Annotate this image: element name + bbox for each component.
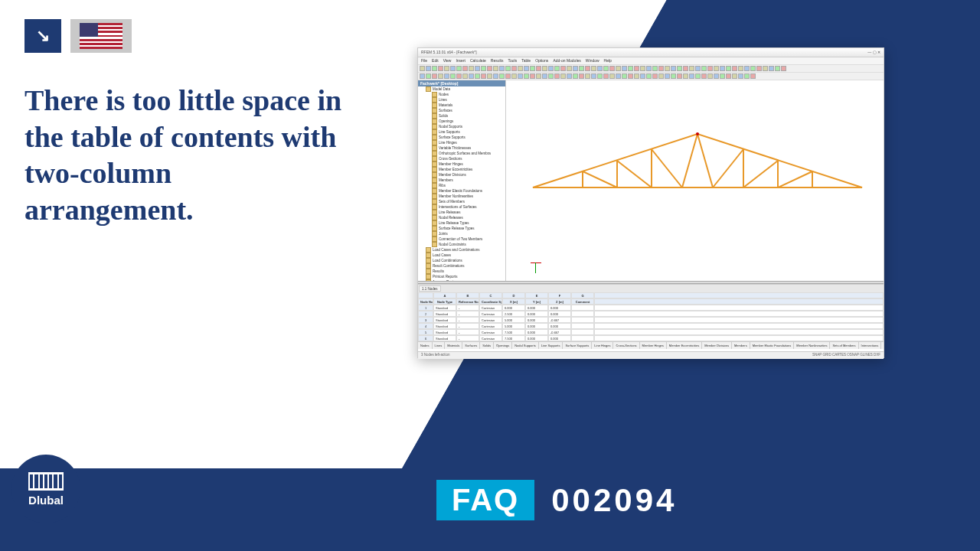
toolbar-button[interactable] bbox=[683, 73, 688, 79]
toolbar-button[interactable] bbox=[695, 66, 701, 71]
toolbar-button[interactable] bbox=[628, 66, 633, 71]
toolbar-button[interactable] bbox=[518, 66, 523, 71]
toolbar-button[interactable] bbox=[597, 73, 603, 79]
toolbar-button[interactable] bbox=[665, 73, 670, 79]
toolbar-button[interactable] bbox=[677, 73, 682, 79]
tree-item[interactable]: Printout Reports bbox=[418, 274, 505, 279]
toolbar-button[interactable] bbox=[720, 73, 725, 79]
toolbar-button[interactable] bbox=[542, 66, 547, 71]
toolbar-button[interactable] bbox=[750, 73, 756, 79]
toolbar-button[interactable] bbox=[573, 66, 578, 71]
tree-item[interactable]: Connection of Two Members bbox=[418, 236, 505, 242]
toolbar-button[interactable] bbox=[462, 66, 468, 71]
toolbar-button[interactable] bbox=[493, 66, 498, 71]
toolbar-button[interactable] bbox=[652, 66, 658, 71]
bottom-tab[interactable]: Openings bbox=[494, 342, 512, 349]
toolbar-button[interactable] bbox=[536, 66, 541, 71]
toolbar-button[interactable] bbox=[714, 73, 719, 79]
toolbar-button[interactable] bbox=[597, 66, 603, 71]
toolbar-button[interactable] bbox=[628, 73, 633, 79]
toolbar-button[interactable] bbox=[505, 66, 511, 71]
toolbar-button[interactable] bbox=[671, 66, 676, 71]
toolbar-button[interactable] bbox=[444, 73, 449, 79]
toolbar-button[interactable] bbox=[493, 73, 498, 79]
menu-item[interactable]: File bbox=[421, 58, 427, 64]
menu-item[interactable]: View bbox=[443, 58, 452, 64]
tree-item[interactable]: Openings bbox=[418, 119, 505, 124]
tree-item[interactable]: Result Combinations bbox=[418, 263, 505, 269]
tree-item[interactable]: Surfaces bbox=[418, 108, 505, 113]
tree-item[interactable]: Surface Supports bbox=[418, 135, 505, 140]
tree-item[interactable]: Member Hinges bbox=[418, 161, 505, 167]
toolbar-button[interactable] bbox=[499, 66, 505, 71]
tree-item[interactable]: Load Combinations bbox=[418, 258, 505, 263]
toolbar-button[interactable] bbox=[511, 66, 517, 71]
tree-item[interactable]: Member Nonlinearities bbox=[418, 194, 505, 199]
tree-item[interactable]: Line Supports bbox=[418, 129, 505, 135]
toolbar-button[interactable] bbox=[701, 73, 707, 79]
toolbar-button[interactable] bbox=[640, 66, 645, 71]
tree-item[interactable]: Solids bbox=[418, 113, 505, 119]
tree-item[interactable]: Nodal Supports bbox=[418, 124, 505, 129]
toolbar-button[interactable] bbox=[720, 66, 725, 71]
tree-item[interactable]: Materials bbox=[418, 103, 505, 108]
menu-bar[interactable]: FileEditViewInsertCalculateResultsToolsT… bbox=[418, 57, 884, 65]
bottom-tab[interactable]: Materials bbox=[445, 342, 462, 349]
toolbar-button[interactable] bbox=[469, 73, 474, 79]
toolbar-button[interactable] bbox=[524, 66, 529, 71]
menu-item[interactable]: Edit bbox=[432, 58, 439, 64]
toolbar-button[interactable] bbox=[432, 66, 437, 71]
bottom-tab[interactable]: Intersections bbox=[859, 342, 882, 349]
toolbar-button[interactable] bbox=[438, 73, 443, 79]
toolbar-button[interactable] bbox=[438, 66, 443, 71]
tree-item[interactable]: Model Data bbox=[418, 86, 505, 92]
toolbar-button[interactable] bbox=[603, 73, 609, 79]
toolbar-button[interactable] bbox=[769, 66, 774, 71]
tree-item[interactable]: Nodal Releases bbox=[418, 215, 505, 220]
toolbar-button[interactable] bbox=[591, 73, 596, 79]
toolbar-button[interactable] bbox=[499, 73, 505, 79]
toolbar-button[interactable] bbox=[456, 66, 462, 71]
toolbar-button[interactable] bbox=[420, 73, 425, 79]
toolbar-1[interactable] bbox=[418, 65, 884, 73]
toolbar-button[interactable] bbox=[634, 66, 639, 71]
table-tab[interactable]: 1.1 Nodes bbox=[419, 285, 441, 292]
bottom-tab[interactable]: FE Mesh Refinements bbox=[881, 342, 884, 349]
toolbar-button[interactable] bbox=[707, 66, 713, 71]
toolbar-button[interactable] bbox=[775, 66, 780, 71]
tree-item[interactable]: Joints bbox=[418, 231, 505, 236]
toolbar-button[interactable] bbox=[585, 66, 590, 71]
tree-item[interactable]: Surface Release Types bbox=[418, 226, 505, 231]
tree-item[interactable]: Member Eccentricities bbox=[418, 167, 505, 172]
toolbar-button[interactable] bbox=[732, 73, 737, 79]
toolbar-button[interactable] bbox=[487, 66, 492, 71]
tree-item[interactable]: Nodal Constraints bbox=[418, 242, 505, 247]
toolbar-button[interactable] bbox=[481, 73, 486, 79]
toolbar-button[interactable] bbox=[518, 73, 523, 79]
tree-item[interactable]: Line Hinges bbox=[418, 140, 505, 145]
toolbar-button[interactable] bbox=[554, 73, 560, 79]
toolbar-button[interactable] bbox=[560, 73, 566, 79]
toolbar-button[interactable] bbox=[665, 66, 670, 71]
tree-item[interactable]: Nodes bbox=[418, 92, 505, 97]
toolbar-button[interactable] bbox=[585, 73, 590, 79]
toolbar-button[interactable] bbox=[469, 66, 474, 71]
toolbar-button[interactable] bbox=[616, 66, 621, 71]
bottom-tab[interactable]: Solids bbox=[480, 342, 494, 349]
toolbar-button[interactable] bbox=[756, 66, 762, 71]
toolbar-button[interactable] bbox=[530, 73, 535, 79]
toolbar-button[interactable] bbox=[616, 73, 621, 79]
bottom-tab[interactable]: Member Hinges bbox=[640, 342, 667, 349]
toolbar-button[interactable] bbox=[450, 73, 456, 79]
toolbar-button[interactable] bbox=[677, 66, 682, 71]
toolbar-button[interactable] bbox=[481, 66, 486, 71]
tree-item[interactable]: Line Releases bbox=[418, 210, 505, 215]
toolbar-button[interactable] bbox=[420, 66, 425, 71]
tree-item[interactable]: Sets of Members bbox=[418, 199, 505, 204]
tree-item[interactable]: Members bbox=[418, 178, 505, 183]
toolbar-button[interactable] bbox=[609, 73, 615, 79]
toolbar-button[interactable] bbox=[487, 73, 492, 79]
bottom-tab[interactable]: Line Hinges bbox=[592, 342, 613, 349]
tree-item[interactable]: Member Divisions bbox=[418, 172, 505, 178]
window-controls[interactable]: — ▢ ✕ bbox=[867, 50, 880, 55]
